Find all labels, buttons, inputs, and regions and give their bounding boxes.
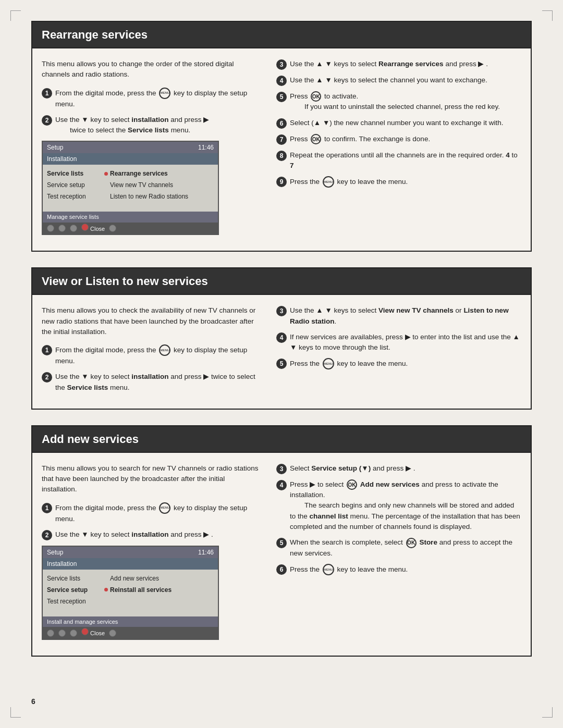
step-num-r0: 3 (276, 464, 287, 474)
menu-icon: MENU (159, 88, 170, 99)
intro-text-view-listen: This menu allows you to check the availa… (42, 305, 261, 337)
col-left-add-new: This menu allows you to search for new T… (42, 463, 261, 645)
tv-row: Service listsAdd new services (47, 573, 214, 584)
tv-subheader: Installation (43, 153, 218, 165)
step-content-r4: Press OK to confirm. The exchange is don… (290, 134, 521, 144)
menu-icon: MENU (159, 344, 170, 356)
col-left-rearrange: This menu allows you to change the order… (42, 59, 261, 240)
section-title-add-new: Add new services (32, 426, 531, 453)
step-num-l2: 2 (42, 115, 52, 126)
section-body-rearrange: This menu allows you to change the order… (32, 48, 531, 251)
tv-button-circle (70, 630, 77, 637)
step-num-r0: 3 (276, 306, 287, 316)
step-num-r1: 4 (276, 76, 287, 86)
step-num-r3: 6 (276, 118, 287, 129)
step-content-l2: Use the ▼ key to select installation and… (55, 529, 261, 540)
step-left-1: 1 From the digital mode, press the MENU … (42, 502, 261, 524)
step-right-0: 3 Use the ▲ ▼ keys to select View new TV… (276, 305, 521, 327)
tv-buttons: Close (43, 627, 218, 639)
step-left-2: 2 Use the ▼ key to select installation a… (42, 115, 261, 136)
close-button-circle (81, 224, 89, 231)
tv-button-circle (58, 630, 66, 637)
corner-mark-bl (10, 707, 21, 718)
step-content-r1: Press ▶ to select OK Add new services an… (290, 479, 521, 532)
tv-body: Service listsRearrange services Service … (43, 165, 218, 212)
corner-mark-tr (542, 10, 553, 21)
step-content-r0: Select Service setup (▼) and press ▶ . (290, 463, 521, 474)
corner-mark-br (542, 707, 553, 718)
step-note-2: If you want to uninstall the selected ch… (304, 103, 500, 110)
tv-screen: Setup 11:46 Installation Service listsRe… (42, 141, 219, 235)
arrow-right-icon: ▶ (203, 116, 209, 124)
tv-header-left: Setup (47, 143, 63, 152)
step-num-r2: 5 (276, 538, 287, 548)
step-content-r0: Use the ▲ ▼ keys to select Rearrange ser… (290, 59, 521, 69)
tv-header-right: 11:46 (198, 143, 214, 152)
step-content-r0: Use the ▲ ▼ keys to select View new TV c… (290, 305, 521, 327)
step-content-l1: From the digital mode, press the MENU ke… (55, 344, 261, 366)
step-num-r4: 7 (276, 134, 287, 145)
tv-subheader: Installation (43, 558, 218, 570)
menu-icon: MENU (159, 502, 170, 514)
tv-button-circle (47, 225, 54, 232)
tv-row: Service listsRearrange services (47, 168, 214, 179)
section-rearrange: Rearrange services This menu allows you … (31, 21, 532, 252)
intro-text-add-new: This menu allows you to search for new T… (42, 463, 261, 495)
step-num-r6: 9 (276, 177, 287, 187)
dot-icon (104, 588, 108, 591)
step-sub: twice to select the Service lists menu. (70, 126, 190, 134)
step-right-1: 4 If new services are availables, press … (276, 332, 521, 353)
tv-row: Service setupReinstall all services (47, 584, 214, 596)
step-num-l1: 1 (42, 503, 52, 513)
step-right-2: 5 Press OK to activate. If you want to u… (276, 91, 521, 113)
section-title-rearrange: Rearrange services (32, 22, 531, 48)
step-num-r2: 5 (276, 359, 287, 369)
step-right-1: 4 Press ▶ to select OK Add new services … (276, 479, 521, 532)
step-num-r2: 5 (276, 92, 287, 102)
col-right-add-new: 3 Select Service setup (▼) and press ▶ .… (276, 463, 521, 645)
ok-icon: OK (311, 134, 321, 144)
tv-button-circle (109, 225, 116, 232)
page-number: 6 (31, 696, 35, 707)
step-right-3: 6 Select (▲ ▼) the new channel number yo… (276, 118, 521, 129)
step-right-6: 9 Press the MENU key to leave the menu. (276, 176, 521, 188)
section-title-view-listen: View or Listen to new services (32, 268, 531, 295)
step-right-2: 5 When the search is complete, select OK… (276, 537, 521, 559)
tv-button-circle (47, 630, 54, 637)
step-content-r3: Press the MENU key to leave the menu. (290, 564, 521, 575)
ok-icon: OK (347, 479, 357, 490)
step-right-0: 3 Use the ▲ ▼ keys to select Rearrange s… (276, 59, 521, 70)
step-content-r3: Select (▲ ▼) the new channel number you … (290, 118, 521, 128)
dot-icon (104, 172, 108, 176)
step-left-2: 2 Use the ▼ key to select installation a… (42, 372, 261, 393)
tv-screen-header: Setup 11:46 (43, 547, 218, 558)
menu-icon: MENU (323, 176, 334, 188)
step-content-r6: Press the MENU key to leave the menu. (290, 176, 521, 188)
tv-header-left: Setup (47, 548, 63, 557)
step-content-l1: From the digital mode, press the MENU ke… (55, 502, 261, 524)
step-num-l1: 1 (42, 345, 52, 355)
step-right-5: 8 Repeat the operations until all the ch… (276, 150, 521, 171)
step-num-r1: 4 (276, 480, 287, 490)
step-content-r2: Press OK to activate. If you want to uni… (290, 91, 521, 113)
tv-button-circle (70, 225, 77, 232)
tv-row: Test receptionListen to new Radio statio… (47, 191, 214, 202)
tv-header-right: 11:46 (198, 548, 214, 557)
step-num-l2: 2 (42, 530, 52, 540)
tv-footer: Install and manage services (43, 616, 218, 627)
step-content-r2: Press the MENU key to leave the menu. (290, 358, 521, 369)
ok-icon: OK (311, 91, 321, 102)
step-content-l2: Use the ▼ key to select installation and… (55, 115, 261, 136)
col-right-rearrange: 3 Use the ▲ ▼ keys to select Rearrange s… (276, 59, 521, 240)
col-left-view-listen: This menu allows you to check the availa… (42, 305, 261, 398)
step-right-4: 7 Press OK to confirm. The exchange is d… (276, 134, 521, 145)
step-right-3: 6 Press the MENU key to leave the menu. (276, 564, 521, 575)
step-left-2: 2 Use the ▼ key to select installation a… (42, 529, 261, 540)
tv-screen-header: Setup 11:46 (43, 142, 218, 153)
main-content: Rearrange services This menu allows you … (31, 21, 532, 657)
section-add-new: Add new services This menu allows you to… (31, 425, 532, 657)
section-view-listen: View or Listen to new services This menu… (31, 267, 532, 410)
step-content-r5: Repeat the operations until all the chan… (290, 150, 521, 171)
step-num-r1: 4 (276, 332, 287, 343)
step-content-r1: If new services are availables, press ▶ … (290, 332, 521, 353)
